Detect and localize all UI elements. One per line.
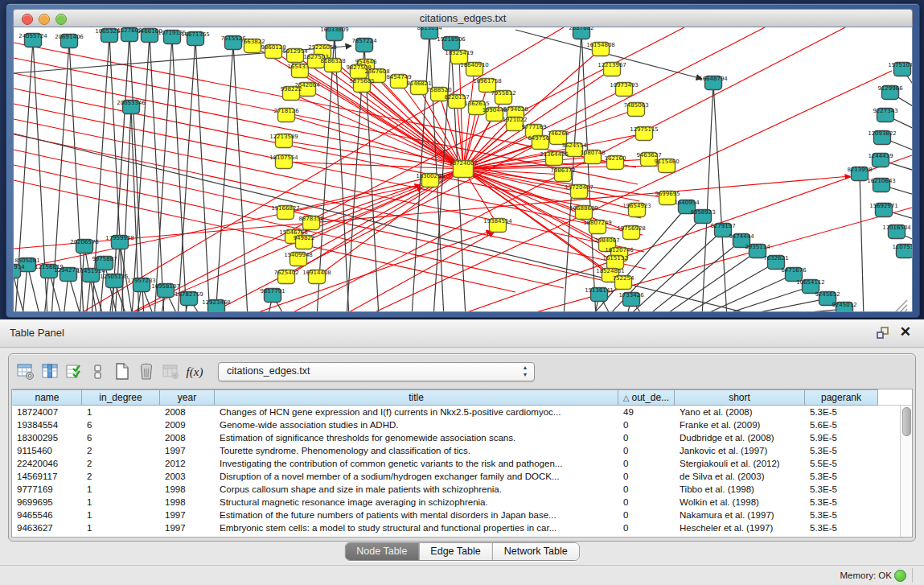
cell-year[interactable]: 2012: [160, 457, 215, 470]
delete-table-icon[interactable]: [134, 360, 158, 384]
cell-title[interactable]: Changes of HCN gene expression and I(f) …: [215, 406, 618, 418]
cell-short[interactable]: Hescheler et al. (1997): [675, 521, 805, 534]
table-row[interactable]: 1456911722003Disruption of a novel membe…: [12, 470, 901, 483]
cell-out_degree[interactable]: 0: [618, 496, 675, 509]
cell-pagerank[interactable]: 5.5E-5: [805, 457, 878, 470]
cell-name[interactable]: 9699695: [12, 496, 82, 509]
cell-year[interactable]: 1998: [160, 483, 215, 496]
cell-out_degree[interactable]: 0: [618, 457, 675, 470]
table-row[interactable]: 946362711997Embryonic stem cells: a mode…: [12, 521, 901, 534]
cell-name[interactable]: 19384554: [12, 418, 82, 431]
cell-in_degree[interactable]: 6: [82, 431, 160, 444]
column-header-name[interactable]: name: [12, 389, 82, 406]
cell-year[interactable]: 1998: [160, 496, 215, 509]
cell-name[interactable]: 22420046: [12, 457, 82, 470]
table-row[interactable]: 946554611997Estimation of the future num…: [12, 509, 901, 521]
cell-out_degree[interactable]: 49: [618, 406, 675, 418]
cell-title[interactable]: Disruption of a novel member of a sodium…: [215, 470, 618, 483]
cell-in_degree[interactable]: 1: [82, 406, 160, 418]
cell-short[interactable]: de Silva et al. (2003): [675, 470, 805, 483]
cell-year[interactable]: 1997: [160, 509, 215, 521]
column-header-year[interactable]: year: [160, 389, 215, 406]
cell-in_degree[interactable]: 1: [82, 496, 160, 509]
cell-out_degree[interactable]: 0: [618, 521, 675, 534]
cell-pagerank[interactable]: 5.3E-5: [805, 521, 878, 534]
float-panel-icon[interactable]: [876, 326, 890, 340]
tab-node-table[interactable]: Node Table: [345, 543, 418, 560]
cell-out_degree[interactable]: 0: [618, 418, 675, 431]
cell-title[interactable]: Estimation of the future numbers of pati…: [215, 509, 618, 521]
new-table-icon[interactable]: [110, 360, 134, 384]
cell-short[interactable]: Jankovic et al. (1997): [675, 444, 805, 457]
dropdown-stepper-icon[interactable]: ▲▼: [521, 364, 529, 380]
table-selector-dropdown[interactable]: citations_edges.txt ▲▼: [218, 362, 535, 381]
cell-short[interactable]: Tibbo et al. (1998): [675, 483, 805, 496]
column-header-short[interactable]: short: [675, 389, 805, 406]
scrollbar-thumb[interactable]: [902, 407, 911, 436]
cell-name[interactable]: 18300295: [12, 431, 82, 444]
cell-in_degree[interactable]: 2: [82, 444, 160, 457]
column-header-title[interactable]: title: [215, 389, 618, 406]
cell-year[interactable]: 2008: [160, 406, 215, 418]
cell-pagerank[interactable]: 5.3E-5: [805, 483, 878, 496]
cell-out_degree[interactable]: 0: [618, 509, 675, 521]
cell-short[interactable]: Wolkin et al. (1998): [675, 496, 805, 509]
cell-short[interactable]: Dudbridge et al. (2008): [675, 431, 805, 444]
close-panel-icon[interactable]: ✕: [900, 324, 911, 340]
cell-pagerank[interactable]: 5.6E-5: [805, 418, 878, 431]
cell-out_degree[interactable]: 0: [618, 444, 675, 457]
cell-in_degree[interactable]: 2: [82, 457, 160, 470]
cell-name[interactable]: 14569117: [12, 470, 82, 483]
column-checklist-icon[interactable]: [62, 360, 86, 384]
table-row[interactable]: 1872400712008Changes of HCN gene express…: [12, 406, 901, 418]
function-builder-icon[interactable]: f(x): [183, 360, 207, 384]
column-header-pagerank[interactable]: pagerank: [805, 389, 878, 406]
cell-year[interactable]: 1997: [160, 521, 215, 534]
cell-pagerank[interactable]: 5.3E-5: [805, 470, 878, 483]
cell-pagerank[interactable]: 5.9E-5: [805, 431, 878, 444]
tab-network-table[interactable]: Network Table: [492, 543, 579, 560]
window-titlebar[interactable]: citations_edges.txt: [13, 9, 913, 28]
column-header-in_degree[interactable]: in_degree: [82, 389, 160, 406]
cell-name[interactable]: 18724007: [12, 406, 82, 418]
cell-in_degree[interactable]: 1: [82, 483, 160, 496]
cell-pagerank[interactable]: 5.3E-5: [805, 444, 878, 457]
cell-name[interactable]: 9115460: [12, 444, 82, 457]
cell-title[interactable]: Corpus callosum shape and size in male p…: [215, 483, 618, 496]
cell-pagerank[interactable]: 5.3E-5: [805, 406, 878, 418]
cell-name[interactable]: 9777169: [12, 483, 82, 496]
cell-year[interactable]: 2008: [160, 431, 215, 444]
cell-short[interactable]: Yano et al. (2008): [675, 406, 805, 418]
cell-year[interactable]: 2009: [160, 418, 215, 431]
cell-short[interactable]: Stergiakouli et al. (2012): [675, 457, 805, 470]
cell-title[interactable]: Tourette syndrome. Phenomenology and cla…: [215, 444, 618, 457]
column-header-out_degree[interactable]: △out_de...: [618, 389, 675, 406]
cell-name[interactable]: 9463627: [12, 521, 82, 534]
table-row[interactable]: 1938455462009Genome-wide association stu…: [12, 418, 901, 431]
cell-short[interactable]: Franke et al. (2009): [675, 418, 805, 431]
table-row[interactable]: 2242004622012Investigating the contribut…: [12, 457, 901, 470]
cell-in_degree[interactable]: 1: [82, 521, 160, 534]
cell-title[interactable]: Embryonic stem cells: a model to study s…: [215, 521, 618, 534]
table-row[interactable]: 977716911998Corpus callosum shape and si…: [12, 483, 901, 496]
network-canvas[interactable]: 1872400776638229860128591295416543342342…: [13, 27, 913, 312]
cell-year[interactable]: 1997: [160, 444, 215, 457]
cell-in_degree[interactable]: 2: [82, 470, 160, 483]
rows-icon[interactable]: [86, 360, 110, 384]
cell-title[interactable]: Estimation of significance thresholds fo…: [215, 431, 618, 444]
cell-short[interactable]: Nakamura et al. (1997): [675, 509, 805, 521]
cell-pagerank[interactable]: 5.3E-5: [805, 496, 878, 509]
cell-title[interactable]: Investigating the contribution of common…: [215, 457, 618, 470]
cell-out_degree[interactable]: 0: [618, 431, 675, 444]
table-row[interactable]: 911546021997Tourette syndrome. Phenomeno…: [12, 444, 901, 457]
table-row[interactable]: 1830029562008Estimation of significance …: [12, 431, 901, 444]
cell-out_degree[interactable]: 0: [618, 470, 675, 483]
tab-edge-table[interactable]: Edge Table: [418, 543, 491, 560]
cell-year[interactable]: 2003: [160, 470, 215, 483]
cell-title[interactable]: Structural magnetic resonance image aver…: [215, 496, 618, 509]
cell-in_degree[interactable]: 1: [82, 509, 160, 521]
table-row[interactable]: 969969511998Structural magnetic resonanc…: [12, 496, 901, 509]
cell-out_degree[interactable]: 0: [618, 483, 675, 496]
vertical-scrollbar[interactable]: [900, 406, 912, 537]
memory-indicator-icon[interactable]: [894, 570, 906, 582]
